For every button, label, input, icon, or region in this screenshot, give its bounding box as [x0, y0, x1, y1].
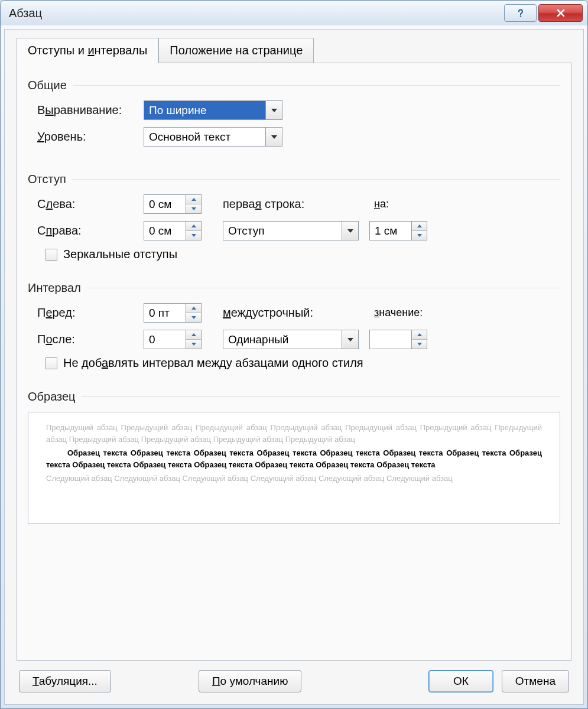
chevron-down-icon — [265, 101, 282, 119]
spin-up-icon[interactable] — [186, 330, 201, 340]
firstline-by-spinner[interactable]: 1 см — [369, 221, 427, 240]
section-preview: Образец — [28, 390, 560, 404]
after-label: После: — [37, 333, 144, 346]
before-spinner[interactable]: 0 пт — [144, 303, 202, 323]
close-icon — [556, 8, 566, 18]
spin-down-icon[interactable] — [186, 231, 201, 240]
nosame-label: Не добавлять интервал между абзацами одн… — [63, 356, 363, 370]
after-spinner[interactable]: 0 — [144, 330, 202, 349]
ok-button[interactable]: ОК — [428, 670, 493, 692]
dialog-body: Отступы и интервалы Положение на страниц… — [4, 29, 584, 705]
firstline-select[interactable]: Отступ — [223, 221, 359, 240]
indent-right-spinner[interactable]: 0 см — [144, 221, 202, 240]
mirror-label: Зеркальные отступы — [63, 248, 177, 261]
section-general: Общие — [28, 79, 560, 92]
preview-next-text: Следующий абзац Следующий абзац Следующи… — [46, 473, 542, 484]
preview-prev-text: Предыдущий абзац Предыдущий абзац Предыд… — [46, 422, 542, 445]
spin-up-icon[interactable] — [186, 222, 201, 231]
before-label: Перед: — [37, 306, 144, 320]
mirror-checkbox[interactable] — [46, 249, 57, 261]
preview-area: Предыдущий абзац Предыдущий абзац Предыд… — [28, 412, 560, 524]
nosame-checkbox[interactable] — [46, 357, 57, 369]
svg-point-0 — [519, 15, 521, 17]
indent-left-spinner[interactable]: 0 см — [144, 194, 202, 214]
close-button[interactable] — [538, 4, 583, 22]
section-spacing: Интервал — [28, 281, 560, 295]
alignment-label: Выравнивание: — [37, 103, 144, 117]
window-title: Абзац — [9, 6, 42, 20]
firstline-label: первая строка: — [223, 197, 353, 211]
spin-down-icon[interactable] — [412, 340, 427, 349]
spin-down-icon[interactable] — [186, 340, 201, 349]
indent-right-label: Справа: — [37, 224, 144, 238]
help-icon — [516, 8, 525, 18]
tab-indents-spacing[interactable]: Отступы и интервалы — [17, 38, 158, 63]
spin-down-icon[interactable] — [186, 204, 201, 213]
titlebar: Абзац — [1, 1, 587, 25]
chevron-down-icon — [265, 128, 282, 146]
paragraph-dialog: Абзац Отступы и интервалы Положение на с… — [0, 0, 588, 709]
level-select[interactable]: Основной текст — [144, 127, 282, 147]
tab-strip: Отступы и интервалы Положение на страниц… — [17, 38, 571, 63]
spin-down-icon[interactable] — [186, 313, 201, 322]
tab-page-position[interactable]: Положение на странице — [158, 38, 314, 63]
cancel-button[interactable]: Отмена — [502, 670, 569, 692]
chevron-down-icon — [342, 330, 358, 349]
at-label: значение: — [374, 307, 423, 319]
linespacing-select[interactable]: Одинарный — [223, 330, 359, 349]
spin-up-icon[interactable] — [186, 195, 201, 204]
button-bar: Табуляция... По умолчанию ОК Отмена — [17, 661, 571, 696]
spin-down-icon[interactable] — [412, 231, 427, 240]
help-button[interactable] — [504, 4, 537, 22]
indent-left-label: Слева: — [37, 197, 144, 211]
spin-up-icon[interactable] — [412, 330, 427, 340]
alignment-select[interactable]: По ширине — [144, 100, 282, 120]
preview-sample-text: Образец текста Образец текста Образец те… — [46, 447, 542, 470]
section-indent: Отступ — [28, 173, 560, 186]
linespacing-at-spinner[interactable] — [369, 330, 427, 349]
spin-up-icon[interactable] — [412, 222, 427, 231]
by-label: на: — [374, 198, 389, 210]
level-label: Уровень: — [37, 130, 144, 144]
default-button[interactable]: По умолчанию — [199, 670, 302, 692]
tab-panel: Общие Выравнивание: По ширине Уровень: О… — [17, 63, 571, 661]
tabs-button[interactable]: Табуляция... — [19, 670, 111, 692]
linespacing-label: междустрочный: — [223, 306, 353, 320]
chevron-down-icon — [342, 222, 358, 240]
spin-up-icon[interactable] — [186, 304, 201, 313]
